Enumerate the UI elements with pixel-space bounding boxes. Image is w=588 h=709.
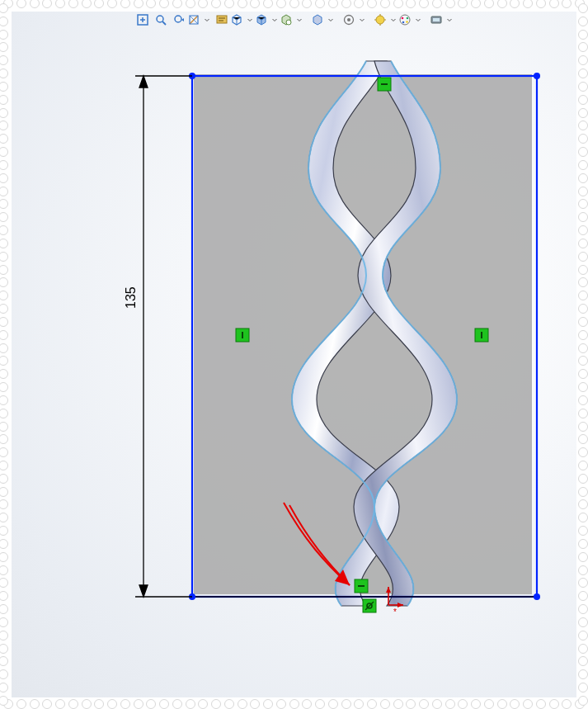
- prev-view-button[interactable]: [171, 13, 187, 30]
- graphics-area[interactable]: 135 *: [12, 12, 576, 697]
- edit-appearance-button[interactable]: [313, 13, 336, 30]
- section-view-button[interactable]: [189, 13, 212, 30]
- svg-point-15: [406, 17, 408, 20]
- appearance-pane-icon: [398, 13, 412, 30]
- svg-marker-41: [139, 585, 148, 597]
- edit-appearance-icon: [311, 13, 324, 30]
- view-orientation-icon: [230, 13, 243, 30]
- svg-point-17: [406, 21, 408, 23]
- zoom-to-fit-icon: [136, 13, 149, 30]
- dimension-height[interactable]: 135: [124, 76, 192, 597]
- hide-show-button[interactable]: [281, 13, 304, 30]
- svg-line-2: [162, 21, 166, 25]
- svg-point-1: [157, 16, 163, 22]
- dynamic-annotation-button[interactable]: [214, 13, 230, 30]
- sketch-canvas[interactable]: 135 *: [12, 12, 576, 697]
- svg-marker-40: [139, 76, 148, 87]
- chevron-down-icon: [324, 13, 337, 30]
- svg-point-16: [402, 21, 404, 24]
- svg-text:*: *: [393, 607, 397, 617]
- dimension-value: 135: [124, 286, 138, 309]
- viewport: 135 *: [0, 0, 588, 709]
- svg-point-14: [401, 17, 403, 20]
- chevron-down-icon: [293, 13, 306, 30]
- hide-show-icon: [280, 13, 293, 30]
- heads-up-toolbar: [133, 12, 456, 31]
- svg-point-5: [286, 20, 291, 25]
- svg-rect-19: [433, 18, 440, 21]
- svg-point-7: [347, 18, 350, 21]
- chevron-down-icon: [443, 13, 456, 30]
- section-view-icon: [187, 13, 200, 30]
- zoom-to-fit-button[interactable]: [134, 13, 151, 30]
- svg-point-3: [175, 16, 181, 22]
- zoom-area-icon: [154, 13, 167, 30]
- view-orientation-button[interactable]: [232, 13, 255, 30]
- render-tools-button[interactable]: [431, 13, 454, 30]
- render-tools-icon: [430, 13, 443, 30]
- chevron-down-icon: [355, 13, 369, 30]
- chevron-down-icon: [412, 13, 425, 30]
- dynamic-annotation-icon: [215, 13, 228, 30]
- svg-point-23: [534, 73, 540, 79]
- chevron-down-icon: [200, 13, 214, 30]
- view-settings-icon: [374, 13, 387, 30]
- view-settings-button[interactable]: [375, 13, 398, 30]
- svg-point-8: [376, 16, 384, 24]
- appearance-pane-button[interactable]: [400, 13, 423, 30]
- zoom-area-button[interactable]: [153, 13, 169, 30]
- apply-scene-icon: [342, 13, 355, 30]
- svg-rect-4: [217, 16, 227, 23]
- apply-scene-button[interactable]: [344, 13, 367, 30]
- display-style-icon: [255, 13, 268, 30]
- svg-point-13: [400, 15, 410, 25]
- svg-point-25: [534, 593, 540, 600]
- prev-view-icon: [172, 13, 186, 30]
- display-style-button[interactable]: [256, 13, 280, 30]
